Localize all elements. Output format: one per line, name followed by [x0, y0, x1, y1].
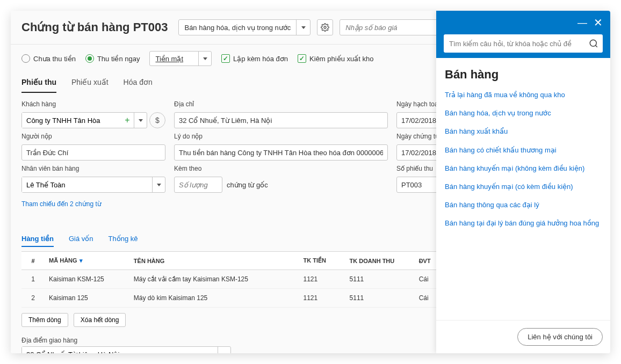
chevron-down-icon[interactable] [218, 347, 230, 353]
help-search[interactable] [444, 34, 603, 53]
contact-button[interactable]: Liên hệ với chúng tôi [517, 328, 603, 346]
th-cash[interactable]: TK TIỀN [299, 252, 345, 270]
cell-name[interactable]: Máy dò kim Kaisiman 125 [129, 289, 299, 308]
help-link[interactable]: Bán hàng hóa, dịch vụ trong nước [445, 108, 602, 118]
help-search-input[interactable] [444, 40, 584, 48]
sale-type-select[interactable]: Bán hàng hóa, dịch vụ trong nước [178, 19, 310, 35]
page-title: Chứng từ bán hàng PT003 [21, 20, 168, 34]
help-body: Bán hàng Trả lại hàng đã mua về không qu… [436, 58, 610, 320]
chevron-down-icon[interactable] [296, 20, 310, 35]
help-panel: — ✕ Bán hàng Trả lại hàng đã mua về khôn… [436, 11, 610, 353]
delivery-input[interactable] [22, 347, 218, 353]
checkbox-with-invoice[interactable]: ✓ Lập kèm hóa đơn [221, 54, 288, 63]
attach-label: Kèm theo [174, 165, 388, 172]
th-num: # [21, 252, 45, 270]
cell-code[interactable]: Kaisiman KSM-125 [45, 270, 129, 289]
chevron-down-icon[interactable] [134, 113, 147, 128]
sale-type-value: Bán hàng hóa, dịch vụ trong nước [179, 24, 296, 32]
chevron-down-icon: ▾ [80, 257, 83, 264]
payer-label: Người nộp [21, 133, 165, 140]
chevron-down-icon[interactable] [198, 52, 211, 65]
radio-pay-now[interactable]: Thu tiền ngay [85, 54, 140, 63]
checkbox-label: Lập kèm hóa đơn [233, 55, 288, 63]
svg-point-0 [324, 26, 326, 28]
radio-not-paid[interactable]: Chưa thu tiền [21, 54, 76, 63]
reason-input[interactable] [174, 144, 388, 161]
cell-num: 1 [21, 270, 45, 289]
address-label: Địa chỉ [174, 100, 388, 108]
help-link[interactable]: Bán hàng có chiết khấu thương mại [445, 145, 602, 155]
address-input[interactable] [174, 112, 388, 128]
checkmark-icon: ✓ [221, 54, 230, 63]
th-rev[interactable]: TK DOANH THU [345, 252, 415, 270]
delete-all-button[interactable]: Xóa hết dòng [74, 313, 126, 327]
customer-label: Khách hàng [21, 100, 165, 108]
main-window: Chứng từ bán hàng PT003 Bán hàng hóa, dị… [11, 11, 610, 353]
svg-line-4 [595, 45, 597, 47]
subtab-cost[interactable]: Giá vốn [69, 235, 93, 247]
checkbox-with-export[interactable]: ✓ Kiêm phiếu xuất kho [298, 54, 373, 63]
salesman-input[interactable] [22, 177, 152, 192]
subtab-stats[interactable]: Thống kê [109, 235, 138, 247]
currency-icon[interactable]: $ [149, 112, 165, 128]
cell-code[interactable]: Kaisiman 125 [45, 289, 129, 308]
help-link[interactable]: Bán hàng xuất khẩu [445, 127, 602, 136]
svg-point-3 [590, 40, 596, 46]
tab-invoice[interactable]: Hóa đơn [124, 72, 153, 93]
reason-label: Lý do nộp [174, 133, 388, 140]
minimize-icon[interactable]: — [577, 17, 587, 28]
cell-rev[interactable]: 5111 [345, 289, 415, 308]
cell-name[interactable]: Máy cắt vải cầm tay Kaisiman KSM-125 [129, 270, 299, 289]
tab-receipt[interactable]: Phiếu thu [21, 72, 56, 93]
tab-export[interactable]: Phiếu xuất [71, 72, 109, 93]
delivery-select[interactable] [21, 346, 231, 353]
attach-suffix: chứng từ gốc [227, 181, 268, 189]
checkbox-label: Kiêm phiếu xuất kho [309, 55, 373, 63]
payer-input[interactable] [21, 144, 165, 161]
radio-icon [85, 54, 94, 63]
chevron-down-icon[interactable] [152, 177, 165, 192]
cell-cash[interactable]: 1121 [299, 270, 345, 289]
payment-method-value: Tiền mặt [150, 55, 198, 63]
help-link[interactable]: Bán hàng thông qua các đại lý [445, 200, 602, 210]
customer-select[interactable]: + [21, 112, 147, 128]
quote-search-input[interactable] [340, 24, 442, 32]
salesman-select[interactable] [21, 177, 165, 193]
subtab-money[interactable]: Hàng tiền [21, 235, 54, 247]
search-icon[interactable] [584, 39, 603, 48]
help-link[interactable]: Bán hàng khuyến mại (có kèm điều kiện) [445, 182, 602, 192]
checkmark-icon: ✓ [298, 54, 306, 63]
help-footer: Liên hệ với chúng tôi [436, 320, 610, 353]
customer-input[interactable] [22, 113, 121, 128]
payment-method-select[interactable]: Tiền mặt [149, 51, 212, 66]
th-name[interactable]: TÊN HÀNG [129, 252, 299, 270]
salesman-label: Nhân viên bán hàng [21, 165, 165, 172]
help-link[interactable]: Bán hàng tại đại lý bán đúng giá hưởng h… [445, 219, 602, 228]
add-row-button[interactable]: Thêm dòng [21, 313, 68, 327]
th-code[interactable]: MÃ HÀNG▾ [45, 252, 129, 270]
plus-icon[interactable]: + [121, 113, 134, 128]
radio-icon [21, 54, 30, 63]
help-header: — ✕ [436, 11, 610, 58]
help-link[interactable]: Bán hàng khuyến mại (không kèm điều kiện… [445, 164, 602, 173]
cell-cash[interactable]: 1121 [299, 289, 345, 308]
cell-rev[interactable]: 5111 [345, 270, 415, 289]
help-link[interactable]: Trả lại hàng đã mua về không qua kho [445, 90, 602, 100]
attach-qty-input[interactable] [174, 177, 222, 193]
help-title: Bán hàng [445, 68, 602, 82]
cell-num: 2 [21, 289, 45, 308]
close-icon[interactable]: ✕ [594, 16, 603, 29]
radio-label: Chưa thu tiền [33, 55, 76, 63]
gear-icon[interactable] [317, 19, 333, 35]
radio-label: Thu tiền ngay [97, 55, 140, 63]
